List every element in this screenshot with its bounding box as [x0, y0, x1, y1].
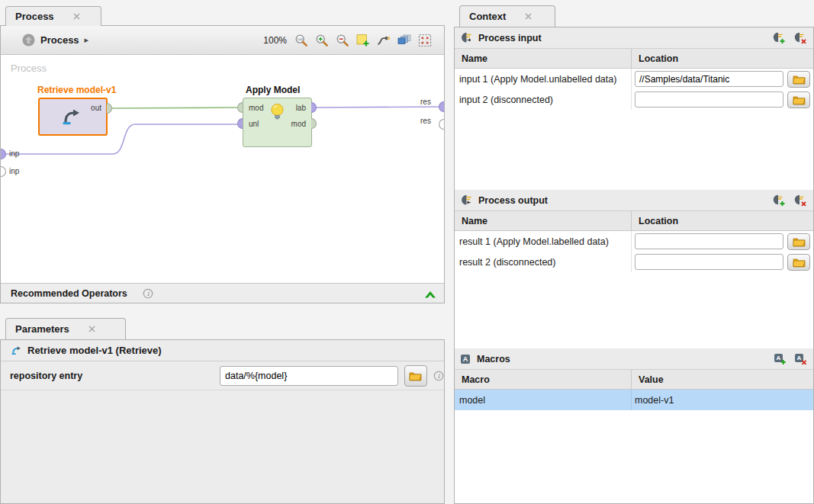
- table-row[interactable]: input 2 (disconnected): [455, 89, 813, 110]
- repository-entry-input[interactable]: [220, 366, 398, 386]
- table-row[interactable]: result 1 (Apply Model.labelled data): [455, 231, 813, 252]
- output-row-name: result 1 (Apply Model.labelled data): [455, 231, 632, 252]
- info-icon[interactable]: i: [143, 288, 153, 299]
- close-icon-glyph: [524, 12, 532, 21]
- zoom-reset-icon[interactable]: 100: [294, 34, 308, 47]
- result2-location-input[interactable]: [635, 254, 783, 270]
- remove-output-button[interactable]: [793, 194, 808, 207]
- svg-text:A: A: [797, 355, 802, 361]
- remove-macro-icon: A: [794, 353, 808, 365]
- tab-parameters[interactable]: Parameters: [5, 318, 126, 339]
- retrieve-operator[interactable]: out: [38, 98, 108, 136]
- info-icon[interactable]: i: [433, 371, 444, 381]
- repository-browse-button[interactable]: [404, 365, 427, 387]
- canvas-res2-port[interactable]: [439, 119, 444, 130]
- apply-lab-label: lab: [296, 104, 306, 112]
- retrieve-operator-label: Retrieve model-v1: [37, 85, 116, 95]
- canvas-res1-port[interactable]: [439, 101, 444, 112]
- auto-wire-icon[interactable]: [377, 34, 391, 47]
- close-icon[interactable]: [524, 12, 532, 21]
- zoom-in-icon[interactable]: [315, 34, 329, 47]
- zoom-level-label: 100%: [263, 35, 287, 46]
- process-canvas[interactable]: Process Retrieve model-v1 out Apply Mode…: [1, 55, 444, 283]
- folder-icon: [409, 371, 422, 381]
- show-all-results-icon[interactable]: [397, 34, 411, 47]
- add-output-button[interactable]: [772, 194, 787, 207]
- close-icon[interactable]: [88, 325, 96, 333]
- add-macro-button[interactable]: A: [774, 353, 787, 365]
- chevron-right-icon[interactable]: ▸: [85, 35, 89, 45]
- result1-browse-button[interactable]: [787, 233, 810, 250]
- remove-macro-button[interactable]: A: [794, 353, 808, 365]
- process-input-table-header: Name Location: [455, 49, 813, 69]
- apply-mod-out-label: mod: [291, 120, 306, 128]
- apply-unl-port[interactable]: [237, 118, 243, 129]
- apply-model-operator[interactable]: mod unl lab mod: [243, 98, 312, 147]
- process-input-title: Process input: [478, 33, 542, 43]
- process-panel: Process ▸ 100% 100: [0, 25, 445, 303]
- parameters-operator-title: Retrieve model-v1 (Retrieve): [27, 345, 162, 356]
- add-port-icon: [772, 194, 787, 207]
- fit-to-screen-icon[interactable]: [418, 34, 432, 47]
- process-toolbar: Process ▸ 100% 100: [1, 26, 444, 55]
- add-input-button[interactable]: [772, 32, 787, 44]
- zoom-out-icon[interactable]: [336, 34, 349, 47]
- column-header-macro: Macro: [455, 370, 632, 389]
- svg-text:i: i: [146, 290, 150, 297]
- process-output-table-header: Name Location: [455, 211, 813, 231]
- tab-context-label: Context: [469, 11, 506, 22]
- folder-icon: [793, 74, 806, 85]
- canvas-inp1-label: inp: [9, 149, 19, 158]
- canvas-res2-label: res: [420, 117, 431, 125]
- input1-location-input[interactable]: [635, 71, 783, 87]
- column-header-name: Name: [455, 211, 632, 230]
- process-output-header: Process output: [455, 190, 813, 211]
- close-icon-glyph: [72, 12, 81, 21]
- process-input-icon: [460, 32, 473, 43]
- remove-input-button[interactable]: [793, 32, 808, 44]
- folder-icon: [793, 236, 806, 247]
- input1-browse-button[interactable]: [787, 71, 810, 88]
- table-row[interactable]: result 2 (disconnected): [455, 252, 813, 272]
- folder-icon: [793, 257, 806, 268]
- canvas-inp2-label: inp: [9, 167, 19, 175]
- breadcrumb-label: Process: [40, 34, 79, 46]
- column-header-location: Location: [632, 211, 813, 230]
- macro-value-cell[interactable]: model-v1: [632, 390, 813, 410]
- parameters-panel: Retrieve model-v1 (Retrieve) repository …: [0, 339, 445, 504]
- context-panel: Process input Name Location input 1: [454, 27, 814, 504]
- recommended-operators-title: Recommended Operators: [11, 288, 127, 299]
- apply-model-operator-label: Apply Model: [246, 85, 300, 95]
- macros-header: A Macros A A: [455, 348, 813, 370]
- collapse-chevron-up-icon[interactable]: [423, 288, 437, 299]
- retrieve-icon: [10, 345, 21, 356]
- column-header-location: Location: [632, 49, 813, 68]
- close-icon-glyph: [88, 325, 96, 333]
- recommended-operators-bar[interactable]: Recommended Operators i: [1, 283, 444, 303]
- close-icon[interactable]: [72, 12, 81, 21]
- canvas-res1-label: res: [420, 98, 431, 106]
- macro-name-cell[interactable]: model: [455, 390, 632, 410]
- svg-text:i: i: [438, 372, 441, 380]
- result2-browse-button[interactable]: [787, 254, 810, 271]
- add-macro-icon: A: [774, 353, 787, 365]
- tab-context[interactable]: Context: [459, 5, 555, 27]
- input-row-name: input 2 (disconnected): [455, 89, 632, 110]
- breadcrumb[interactable]: Process ▸: [22, 34, 88, 47]
- apply-mod-in-port[interactable]: [237, 102, 243, 113]
- process-output-icon: [460, 194, 473, 206]
- process-input-header: Process input: [455, 27, 813, 49]
- tab-process[interactable]: Process: [5, 6, 101, 26]
- output-row-name: result 2 (disconnected): [455, 252, 632, 272]
- table-row[interactable]: input 1 (Apply Model.unlabelled data): [455, 69, 813, 89]
- add-note-icon[interactable]: [356, 34, 370, 47]
- result1-location-input[interactable]: [635, 233, 783, 249]
- macro-row-selected[interactable]: model model-v1: [455, 390, 813, 410]
- apply-unl-label: unl: [249, 120, 259, 128]
- input2-browse-button[interactable]: [787, 91, 810, 108]
- input2-location-input[interactable]: [635, 91, 783, 108]
- column-header-value: Value: [632, 370, 813, 389]
- macros-table-header: Macro Value: [455, 370, 813, 390]
- parameter-row: repository entry i: [1, 361, 444, 390]
- retrieve-icon: [60, 108, 81, 127]
